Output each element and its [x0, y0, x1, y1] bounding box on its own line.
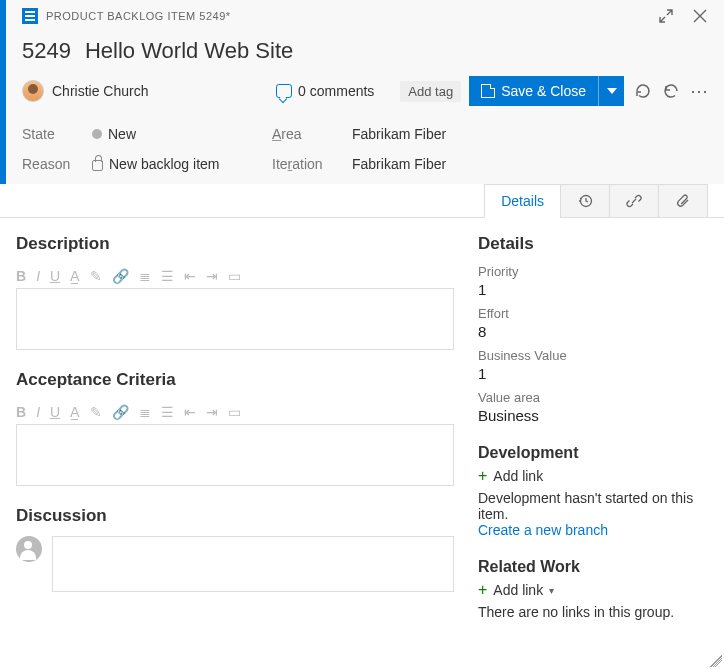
add-link-label: Add link	[493, 468, 543, 484]
plus-icon: +	[478, 469, 487, 483]
state-field[interactable]: New	[92, 126, 262, 142]
workitem-id: 5249	[22, 38, 71, 64]
area-label: Area	[272, 126, 342, 142]
add-link-label: Add link	[493, 582, 543, 598]
tab-details[interactable]: Details	[484, 184, 561, 217]
refresh-icon[interactable]	[634, 82, 652, 100]
indent-button[interactable]: ⇥	[206, 268, 218, 284]
lock-icon	[92, 160, 103, 171]
development-heading: Development	[478, 444, 708, 462]
tab-attachments[interactable]	[659, 184, 708, 217]
area-field[interactable]: Fabrikam Fiber	[352, 126, 708, 142]
link-button[interactable]: 🔗	[112, 268, 129, 284]
bold-button[interactable]: B	[16, 268, 26, 284]
save-button-label: Save & Close	[501, 83, 586, 99]
resize-grip[interactable]	[710, 655, 722, 667]
bold-button[interactable]: B	[16, 404, 26, 420]
save-icon	[481, 84, 495, 98]
discussion-input[interactable]	[52, 536, 454, 592]
close-icon[interactable]	[692, 8, 708, 24]
underline-button[interactable]: U	[50, 268, 60, 284]
comments-label: 0 comments	[298, 83, 374, 99]
save-dropdown-button[interactable]	[598, 76, 624, 106]
value-area-value[interactable]: Business	[478, 407, 708, 424]
dev-empty-text: Development hasn't started on this item.	[478, 490, 708, 522]
number-list-button[interactable]: ☰	[161, 268, 174, 284]
description-toolbar: B I U A̲ ✎ 🔗 ≣ ☰ ⇤ ⇥ ▭	[16, 264, 454, 288]
bullet-list-button[interactable]: ≣	[139, 268, 151, 284]
state-label: State	[22, 126, 82, 142]
number-list-button[interactable]: ☰	[161, 404, 174, 420]
underline-button[interactable]: U	[50, 404, 60, 420]
clear-format-button[interactable]: ✎	[90, 268, 102, 284]
italic-button[interactable]: I	[36, 268, 40, 284]
effort-value[interactable]: 8	[478, 323, 708, 340]
image-button[interactable]: ▭	[228, 268, 241, 284]
add-related-link-button[interactable]: + Add link ▾	[478, 582, 708, 598]
state-value: New	[108, 126, 136, 142]
clear-format-button[interactable]: ✎	[90, 404, 102, 420]
tab-history[interactable]	[561, 184, 610, 217]
comments-count[interactable]: 0 comments	[276, 83, 374, 99]
chevron-down-icon: ▾	[549, 585, 554, 596]
image-button[interactable]: ▭	[228, 404, 241, 420]
discussion-heading: Discussion	[16, 506, 454, 526]
fullscreen-icon[interactable]	[658, 8, 674, 24]
acceptance-heading: Acceptance Criteria	[16, 370, 454, 390]
user-avatar-icon	[16, 536, 42, 562]
area-value: Fabrikam Fiber	[352, 126, 446, 142]
workitem-title[interactable]: Hello World Web Site	[85, 38, 293, 64]
acceptance-input[interactable]	[16, 424, 454, 486]
comment-icon	[276, 84, 292, 98]
add-dev-link-button[interactable]: + Add link	[478, 468, 708, 484]
assignee-name[interactable]: Christie Church	[52, 83, 148, 99]
window-title: PRODUCT BACKLOG ITEM 5249*	[46, 10, 650, 22]
more-actions-button[interactable]: ⋯	[690, 80, 708, 102]
backlog-item-icon	[22, 8, 38, 24]
italic-button[interactable]: I	[36, 404, 40, 420]
iteration-label: Iterrationation	[272, 156, 342, 172]
font-button[interactable]: A̲	[70, 404, 80, 420]
reason-value: New backlog item	[109, 156, 220, 172]
save-close-button[interactable]: Save & Close	[469, 76, 624, 106]
undo-icon[interactable]	[662, 82, 680, 100]
state-dot-icon	[92, 129, 102, 139]
related-work-heading: Related Work	[478, 558, 708, 576]
iteration-field[interactable]: Fabrikam Fiber	[352, 156, 708, 172]
reason-field[interactable]: New backlog item	[92, 156, 262, 172]
font-button[interactable]: A̲	[70, 268, 80, 284]
reason-label: Reason	[22, 156, 82, 172]
description-heading: Description	[16, 234, 454, 254]
link-button[interactable]: 🔗	[112, 404, 129, 420]
outdent-button[interactable]: ⇤	[184, 404, 196, 420]
assignee-avatar[interactable]	[22, 80, 44, 102]
acceptance-toolbar: B I U A̲ ✎ 🔗 ≣ ☰ ⇤ ⇥ ▭	[16, 400, 454, 424]
create-branch-link[interactable]: Create a new branch	[478, 522, 708, 538]
business-value-label: Business Value	[478, 348, 708, 363]
related-empty-text: There are no links in this group.	[478, 604, 708, 620]
effort-label: Effort	[478, 306, 708, 321]
outdent-button[interactable]: ⇤	[184, 268, 196, 284]
description-input[interactable]	[16, 288, 454, 350]
priority-label: Priority	[478, 264, 708, 279]
plus-icon: +	[478, 583, 487, 597]
tab-links[interactable]	[610, 184, 659, 217]
details-panel-heading: Details	[478, 234, 708, 254]
indent-button[interactable]: ⇥	[206, 404, 218, 420]
priority-value[interactable]: 1	[478, 281, 708, 298]
iteration-value: Fabrikam Fiber	[352, 156, 446, 172]
value-area-label: Value area	[478, 390, 708, 405]
business-value-value[interactable]: 1	[478, 365, 708, 382]
bullet-list-button[interactable]: ≣	[139, 404, 151, 420]
add-tag-button[interactable]: Add tag	[400, 81, 461, 102]
